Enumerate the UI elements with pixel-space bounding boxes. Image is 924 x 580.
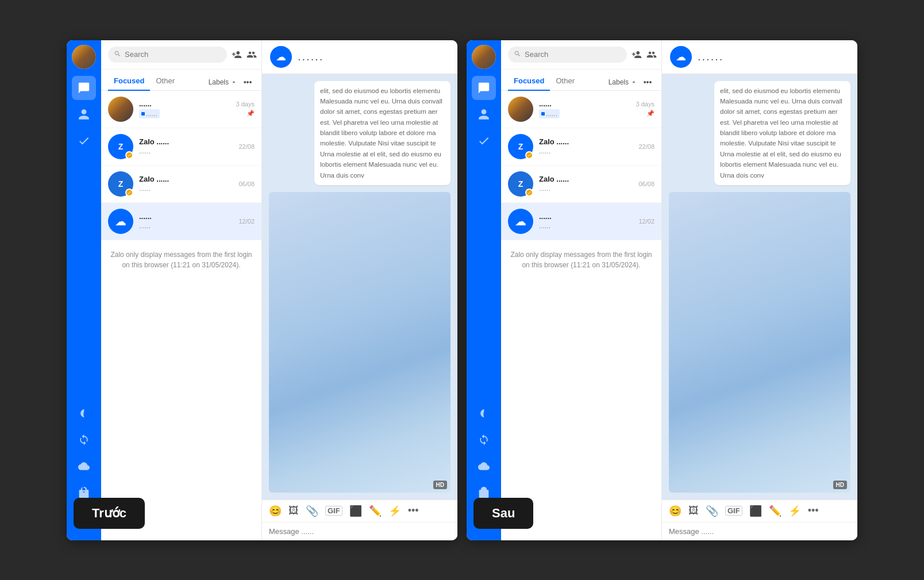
chat-list-items-before: ...... ...... 3 days 📌 — [101, 91, 261, 540]
pin-icon-1: 📌 — [247, 110, 255, 117]
chat-input-before[interactable] — [269, 527, 451, 536]
gif-icon-before[interactable]: GIF — [325, 506, 342, 516]
gif-icon-after[interactable]: GIF — [725, 506, 742, 516]
search-icon-before — [114, 50, 121, 59]
chat-preview-1-before: ...... — [139, 109, 230, 118]
chat-item-2-before[interactable]: Z Zalo ...... ...... 22/08 — [101, 128, 261, 166]
message-image-after: HD — [669, 192, 850, 492]
tab-other-after[interactable]: Other — [550, 74, 580, 91]
chat-tabs-before: Focused Other Labels ••• — [101, 70, 261, 91]
search-box-after[interactable] — [508, 47, 627, 63]
sidebar-cloud-sync-icon-after[interactable] — [472, 428, 496, 452]
chat-info-1-after: ...... ...... — [539, 99, 630, 118]
chat-avatar-2-after: Z — [508, 134, 533, 159]
emoji-icon-before[interactable]: 😊 — [269, 505, 282, 517]
chat-avatar-4-after: ☁ — [508, 209, 533, 234]
search-box-before[interactable] — [108, 47, 227, 63]
sidebar-sleep-icon[interactable] — [72, 401, 96, 425]
chat-list-items-after: ...... ...... 3 days 📌 Z — [501, 91, 661, 540]
avatar-before[interactable] — [72, 45, 96, 69]
message-text-before: elit, sed do eiusmod eu lobortis element… — [320, 86, 445, 181]
sidebar-cloud-icon[interactable] — [72, 454, 96, 478]
labels-btn-before[interactable]: Labels — [205, 76, 241, 89]
draw-icon-before[interactable]: ✏️ — [369, 505, 382, 517]
chat-name-3-before: Zalo ...... — [139, 175, 233, 183]
sidebar-item-tasks[interactable] — [72, 129, 96, 153]
sticker-icon-after[interactable]: ⬛ — [749, 505, 762, 517]
lightning-icon-after[interactable]: ⚡ — [788, 505, 801, 517]
chat-input-after[interactable] — [669, 527, 850, 536]
sidebar-sleep-icon-after[interactable] — [472, 401, 496, 425]
image-icon-after[interactable]: 🖼 — [688, 505, 699, 517]
sidebar-item-tasks-after[interactable] — [472, 129, 496, 153]
chat-item-3-before[interactable]: Z Zalo ...... ...... 06/08 — [101, 166, 261, 203]
sidebar-nav-before — [72, 76, 96, 401]
chat-info-2-before: Zalo ...... ...... — [139, 137, 233, 155]
more-btn-before[interactable]: ••• — [241, 75, 255, 89]
group-add-icon-after[interactable] — [646, 46, 657, 63]
chat-list-after: Focused Other Labels ••• ...... — [501, 40, 662, 540]
sidebar-item-chat[interactable] — [72, 76, 96, 100]
preview-tag-1: ...... — [139, 109, 160, 118]
sidebar-item-chat-after[interactable] — [472, 76, 496, 100]
group-add-icon-before[interactable] — [247, 46, 257, 63]
tab-focused-before[interactable]: Focused — [108, 74, 150, 91]
emoji-icon-after[interactable]: 😊 — [669, 505, 682, 517]
add-friend-icon-before[interactable] — [232, 46, 242, 63]
chat-list-header-before — [101, 40, 261, 70]
more-btn-after[interactable]: ••• — [641, 75, 654, 89]
search-input-after[interactable] — [525, 50, 621, 59]
after-panel: Focused Other Labels ••• ...... — [467, 40, 857, 540]
search-icon-after — [514, 50, 521, 59]
attach-icon-before[interactable]: 📎 — [306, 505, 318, 517]
sticker-icon-before[interactable]: ⬛ — [349, 505, 362, 517]
draw-icon-after[interactable]: ✏️ — [769, 505, 781, 517]
chat-item-1-before[interactable]: ...... ...... 3 days 📌 — [101, 91, 261, 128]
chat-preview-4-after: ...... — [539, 222, 633, 230]
chat-name-1-before: ...... — [139, 99, 230, 108]
chat-toolbar-after: 😊 🖼 📎 GIF ⬛ ✏️ ⚡ ••• — [662, 500, 857, 522]
sidebar-cloud-sync-icon[interactable] — [72, 428, 96, 452]
chat-item-2-after[interactable]: Z Zalo ...... ...... 22/08 — [501, 128, 661, 166]
message-image-before: HD — [269, 192, 451, 492]
hd-badge-before: HD — [433, 481, 447, 489]
chat-item-4-after[interactable]: ☁ ...... ...... 12/02 — [501, 203, 661, 240]
chat-item-1-after[interactable]: ...... ...... 3 days 📌 — [501, 91, 661, 128]
before-label: Trước — [74, 498, 145, 529]
add-friend-icon-after[interactable] — [632, 46, 642, 63]
chat-item-4-before[interactable]: ☁ ...... ...... 12/02 — [101, 203, 261, 240]
sidebar-item-contacts[interactable] — [72, 102, 96, 126]
image-icon-before[interactable]: 🖼 — [288, 505, 299, 517]
message-text-after: elit, sed do eiusmod eu lobortis element… — [720, 86, 845, 181]
labels-btn-after[interactable]: Labels — [605, 76, 641, 89]
tab-focused-after[interactable]: Focused — [508, 74, 550, 91]
more-toolbar-icon-before[interactable]: ••• — [408, 505, 419, 517]
chat-info-1-before: ...... ...... — [139, 99, 230, 118]
chat-time-1-before: 3 days 📌 — [236, 101, 255, 117]
message-bubble-after: elit, sed do eiusmod eu lobortis element… — [714, 81, 850, 186]
chat-name-1-after: ...... — [539, 99, 630, 108]
attach-icon-after[interactable]: 📎 — [706, 505, 718, 517]
chat-header-name-before: ...... — [298, 50, 449, 63]
tab-other-before[interactable]: Other — [150, 74, 180, 91]
chat-messages-before: elit, sed do eiusmod eu lobortis element… — [262, 74, 457, 500]
chat-input-bar-before — [262, 522, 457, 540]
chat-preview-2-after: ...... — [539, 147, 633, 155]
chat-time-1-after: 3 days 📌 — [636, 101, 654, 117]
sidebar-after — [467, 40, 501, 540]
lightning-icon-before[interactable]: ⚡ — [388, 505, 401, 517]
chat-avatar-2-before: Z — [108, 134, 133, 159]
chat-name-2-before: Zalo ...... — [139, 137, 233, 146]
labels-text-after: Labels — [609, 78, 629, 86]
chat-time-2-after: 22/08 — [638, 143, 654, 150]
more-toolbar-icon-after[interactable]: ••• — [808, 505, 819, 517]
chat-preview-3-after: ...... — [539, 185, 633, 193]
sidebar-cloud-icon-after[interactable] — [472, 454, 496, 478]
chat-time-3-after: 06/08 — [638, 180, 654, 187]
avatar-after[interactable] — [472, 45, 496, 69]
after-label: Sau — [473, 498, 533, 529]
sidebar-item-contacts-after[interactable] — [472, 102, 496, 126]
search-input-before[interactable] — [125, 50, 221, 59]
chat-info-4-before: ...... ...... — [139, 212, 233, 230]
chat-item-3-after[interactable]: Z Zalo ...... ...... 06/08 — [501, 166, 661, 203]
